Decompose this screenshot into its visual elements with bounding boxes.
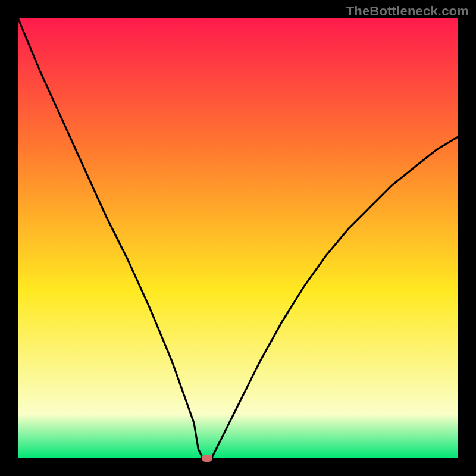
chart-stage: TheBottleneck.com xyxy=(0,0,476,476)
plot-area xyxy=(18,18,458,458)
bottleneck-curve xyxy=(18,18,458,458)
minimum-marker xyxy=(202,455,212,462)
watermark-text: TheBottleneck.com xyxy=(346,4,469,19)
